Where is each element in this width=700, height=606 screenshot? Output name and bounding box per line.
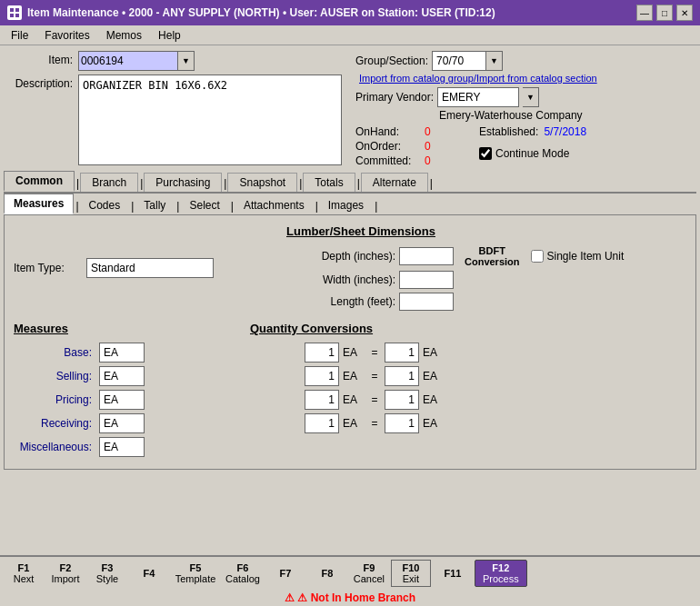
fkey-f11-num: F11 xyxy=(444,568,461,579)
item-type-label: Item Type: xyxy=(14,262,86,274)
selling-ea-label: EA xyxy=(343,346,365,359)
receiving-eq-label: = xyxy=(368,393,381,406)
onhand-value: 0 xyxy=(425,125,452,138)
menu-favorites[interactable]: Favorites xyxy=(37,27,96,44)
catalog-link[interactable]: Import from catalog group/Import from ca… xyxy=(359,73,597,84)
lumber-title: Lumber/Sheet Dimensions xyxy=(286,224,624,238)
length-label: Length (feet): xyxy=(286,295,395,308)
menubar: File Favorites Memos Help xyxy=(0,25,700,45)
qty-conv-title: Quantity Conversions xyxy=(250,322,686,335)
selling-result-input[interactable] xyxy=(385,343,419,363)
fkey-f9[interactable]: F9 Cancel xyxy=(349,561,389,586)
fkey-f4[interactable]: F4 xyxy=(129,566,169,581)
fkey-f11[interactable]: F11 xyxy=(433,566,473,581)
fkey-f10-num: F10 xyxy=(402,562,419,573)
fkey-f8-num: F8 xyxy=(322,568,334,579)
continue-mode-checkbox[interactable] xyxy=(479,147,492,160)
receiving-unit-input[interactable] xyxy=(99,413,145,433)
pricing-qty-input[interactable] xyxy=(305,366,339,386)
window-controls[interactable]: — □ ✕ xyxy=(636,5,693,21)
app-icon xyxy=(7,5,22,20)
fkey-f5[interactable]: F5 Template xyxy=(171,561,220,586)
single-item-unit-checkbox[interactable] xyxy=(531,250,544,263)
item-input[interactable] xyxy=(78,51,178,71)
tab-common[interactable]: Common xyxy=(4,171,75,192)
misc-result-input[interactable] xyxy=(385,413,419,433)
description-label: Description: xyxy=(5,75,78,90)
menu-file[interactable]: File xyxy=(4,27,35,44)
selling-unit-input[interactable] xyxy=(99,366,145,386)
subtab-attachments[interactable]: Attachments xyxy=(235,196,314,214)
fkey-f3[interactable]: F3 Style xyxy=(87,561,127,586)
item-dropdown-btn[interactable]: ▼ xyxy=(178,51,195,71)
fkey-f9-num: F9 xyxy=(364,562,375,573)
measures-section-title: Measures xyxy=(14,322,232,335)
misc-label: Miscellaneous: xyxy=(14,441,95,453)
svg-rect-1 xyxy=(15,8,19,12)
minimize-button[interactable]: — xyxy=(636,5,653,21)
subtab-codes[interactable]: Codes xyxy=(80,196,130,214)
selling-eq-label: = xyxy=(368,346,381,359)
item-type-input[interactable] xyxy=(86,258,214,278)
continue-mode-label: Continue Mode xyxy=(495,147,569,160)
subtab-images[interactable]: Images xyxy=(319,196,373,214)
fkey-f7[interactable]: F7 xyxy=(265,566,305,581)
receiving-label: Receiving: xyxy=(14,417,95,430)
tab-totals[interactable]: Totals xyxy=(303,173,355,192)
fkey-f1[interactable]: F1 Next xyxy=(4,561,44,586)
misc-qty-input[interactable] xyxy=(305,413,339,433)
receiving-result-input[interactable] xyxy=(385,390,419,410)
warning-icon: ⚠ xyxy=(285,591,295,604)
misc-result-ea-label: EA xyxy=(423,417,445,430)
fkey-f6[interactable]: F6 Catalog xyxy=(222,561,264,586)
vendor-dropdown-btn[interactable]: ▼ xyxy=(523,87,539,107)
pricing-ea-label: EA xyxy=(343,370,365,382)
fkey-f3-label: Style xyxy=(96,573,118,584)
fkey-f10-label: Exit xyxy=(403,573,419,584)
pricing-unit-input[interactable] xyxy=(99,390,145,410)
fkey-f8[interactable]: F8 xyxy=(307,566,347,581)
fkey-f5-label: Template xyxy=(175,573,216,584)
subtab-select[interactable]: Select xyxy=(180,196,228,214)
bdft-label: BDFT xyxy=(479,245,505,256)
receiving-qty-input[interactable] xyxy=(305,390,339,410)
group-section-dropdown-btn[interactable]: ▼ xyxy=(486,51,503,71)
width-input[interactable] xyxy=(399,271,454,289)
maximize-button[interactable]: □ xyxy=(656,5,673,21)
item-label: Item: xyxy=(5,51,78,66)
subtab-measures[interactable]: Measures xyxy=(4,194,74,214)
selling-qty-input[interactable] xyxy=(305,343,339,363)
group-section-input[interactable] xyxy=(432,51,486,71)
tab-branch[interactable]: Branch xyxy=(80,173,138,192)
fkey-f10[interactable]: F10 Exit xyxy=(391,560,431,587)
svg-rect-2 xyxy=(10,14,14,17)
receiving-result-ea-label: EA xyxy=(423,393,445,406)
fkey-f2[interactable]: F2 Import xyxy=(45,561,85,586)
single-item-unit-label: Single Item Unit xyxy=(547,250,625,263)
depth-label: Depth (inches): xyxy=(286,250,395,263)
fkey-f12-label: Process xyxy=(483,573,519,584)
titlebar: Item Maintenance • 2000 - ANY SUPPLY (NO… xyxy=(0,0,700,25)
fkey-f9-label: Cancel xyxy=(354,573,385,584)
tab-snapshot[interactable]: Snapshot xyxy=(227,173,297,192)
tab-alternate[interactable]: Alternate xyxy=(361,173,428,192)
length-input[interactable] xyxy=(399,293,454,311)
fkey-f12-num: F12 xyxy=(492,562,509,573)
base-unit-input[interactable] xyxy=(99,343,145,363)
committed-label: Committed: xyxy=(355,154,417,167)
onorder-row: OnOrder: 0 xyxy=(355,140,452,153)
pricing-result-input[interactable] xyxy=(385,366,419,386)
menu-help[interactable]: Help xyxy=(151,27,188,44)
description-input[interactable]: ORGANIZER BIN 16X6.6X2 xyxy=(78,75,342,165)
menu-memos[interactable]: Memos xyxy=(99,27,149,44)
fkey-f1-label: Next xyxy=(14,573,35,584)
fkey-f1-num: F1 xyxy=(18,562,30,573)
misc-unit-input[interactable] xyxy=(99,437,145,457)
depth-input[interactable] xyxy=(399,247,454,265)
vendor-input[interactable] xyxy=(437,87,519,107)
subtab-tally[interactable]: Tally xyxy=(135,196,175,214)
tab-purchasing[interactable]: Purchasing xyxy=(144,173,222,192)
close-button[interactable]: ✕ xyxy=(676,5,693,21)
vendor-label: Primary Vendor: xyxy=(355,91,434,104)
fkey-f12[interactable]: F12 Process xyxy=(475,560,527,587)
